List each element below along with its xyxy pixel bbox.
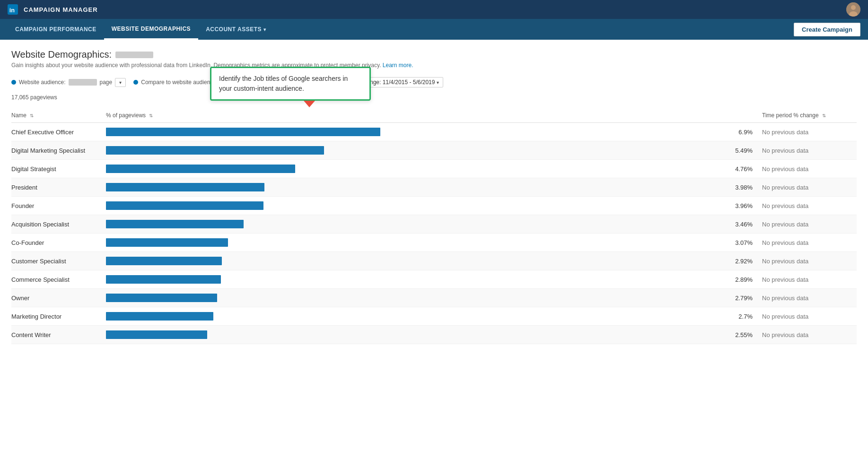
demographics-table: Name ⇅ % of pageviews ⇅ Time period % ch… [11,108,857,344]
filters-tooltip-section: Identify the Job titles of Google search… [11,76,857,101]
nav-website-demographics[interactable]: Website Demographics [104,19,198,40]
bar-container [106,238,719,247]
svg-point-3 [851,5,856,10]
account-assets-chevron-icon: ▾ [263,27,266,32]
cell-pct: 2.55% [724,326,762,344]
top-bar: in CAMPAIGN MANAGER [0,0,868,19]
cell-name: Commerce Specialist [11,270,106,289]
table-row: Founder 3.96% No previous data [11,197,857,215]
pageviews-count: 17,065 pageviews [11,94,857,101]
website-audience-filter: Website audience: page ▾ [11,78,126,87]
name-sort-icon[interactable]: ⇅ [30,113,34,118]
table-row: Digital Marketing Specialist 5.49% No pr… [11,141,857,160]
audience-chevron-icon: ▾ [119,80,122,85]
page-title: Website Demographics: [11,49,857,60]
cell-change: No previous data [762,234,857,252]
time-range-chevron-icon: ▾ [437,80,439,85]
cell-pct: 2.92% [724,252,762,270]
cell-bar [106,289,724,307]
cell-bar [106,160,724,178]
bar-container [106,312,719,321]
table-row: Acquisition Specialist 3.46% No previous… [11,215,857,234]
bar-container [106,257,719,265]
cell-pct: 2.89% [724,270,762,289]
bar-fill [106,220,244,228]
redacted-audience-name [115,52,153,58]
cell-bar [106,215,724,234]
learn-more-link[interactable]: Learn more. [383,62,413,69]
cell-change: No previous data [762,141,857,160]
cell-name: Marketing Director [11,307,106,326]
cell-bar [106,326,724,344]
cell-change: No previous data [762,160,857,178]
cell-pct: 3.07% [724,234,762,252]
audience-dropdown[interactable]: ▾ [115,78,126,87]
page-content: Website Demographics: Gain insights abou… [0,40,868,354]
bar-container [106,275,719,284]
tooltip-container: Identify the Job titles of Google search… [210,67,371,107]
table-row: Chief Executive Officer 6.9% No previous… [11,123,857,141]
col-pageviews: % of pageviews ⇅ [106,108,724,123]
filters-row: Website audience: page ▾ Compare to webs… [11,76,857,88]
compare-dot-icon [133,80,138,85]
cell-change: No previous data [762,252,857,270]
bar-container [106,183,719,191]
cell-name: Owner [11,289,106,307]
table-row: Marketing Director 2.7% No previous data [11,307,857,326]
bar-fill [106,257,222,265]
bar-fill [106,275,221,284]
bar-fill [106,294,217,302]
bar-fill [106,330,207,339]
cell-change: No previous data [762,270,857,289]
bar-fill [106,201,263,210]
bar-fill [106,146,324,155]
cell-change: No previous data [762,326,857,344]
cell-bar [106,141,724,160]
pageviews-sort-icon[interactable]: ⇅ [149,113,153,118]
table-row: Customer Specialist 2.92% No previous da… [11,252,857,270]
cell-bar [106,234,724,252]
page-subtitle: Gain insights about your website audienc… [11,62,857,69]
audience-dot-icon [11,80,16,85]
bar-container [106,294,719,302]
cell-change: No previous data [762,307,857,326]
cell-name: Digital Strategist [11,160,106,178]
nav-account-assets[interactable]: Account Assets ▾ [198,19,273,40]
create-campaign-button[interactable]: Create Campaign [794,23,860,36]
cell-change: No previous data [762,289,857,307]
cell-bar [106,178,724,197]
table-row: Content Writer 2.55% No previous data [11,326,857,344]
cell-pct: 2.79% [724,289,762,307]
bar-fill [106,183,264,191]
cell-change: No previous data [762,197,857,215]
cell-pct: 6.9% [724,123,762,141]
avatar[interactable] [846,2,860,17]
change-sort-icon[interactable]: ⇅ [822,113,826,118]
cell-name: Chief Executive Officer [11,123,106,141]
tooltip-arrow-icon [304,101,315,107]
cell-bar [106,307,724,326]
cell-change: No previous data [762,215,857,234]
cell-bar [106,123,724,141]
bar-container [106,201,719,210]
table-row: Commerce Specialist 2.89% No previous da… [11,270,857,289]
bar-fill [106,165,295,173]
cell-name: Co-Founder [11,234,106,252]
redacted-page-name [69,79,97,86]
bar-container [106,220,719,228]
top-bar-right [846,2,860,17]
cell-name: President [11,178,106,197]
cell-pct: 3.98% [724,178,762,197]
bar-container [106,128,719,136]
col-name: Name ⇅ [11,108,106,123]
cell-bar [106,270,724,289]
svg-text:in: in [9,7,15,14]
cell-name: Acquisition Specialist [11,215,106,234]
cell-pct: 4.76% [724,160,762,178]
nav-campaign-performance[interactable]: Campaign Performance [8,19,104,40]
bar-container [106,330,719,339]
cell-name: Founder [11,197,106,215]
cell-pct: 5.49% [724,141,762,160]
cell-name: Digital Marketing Specialist [11,141,106,160]
page-header: Website Demographics: Gain insights abou… [11,49,857,69]
